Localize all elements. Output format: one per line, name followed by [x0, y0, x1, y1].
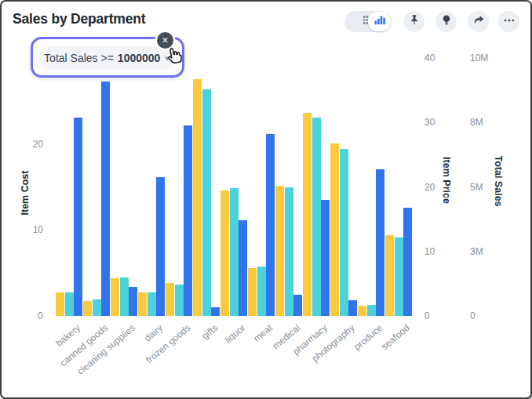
bar-item-cost-meat[interactable] [248, 268, 257, 316]
view-toggle[interactable] [344, 11, 392, 32]
more-button[interactable] [498, 11, 519, 32]
axis-title-right: Item Price [441, 157, 452, 204]
x-label-meat: meat [252, 322, 275, 344]
x-label-dairy: dairy [142, 322, 165, 343]
bar-item-cost-frozen-goods[interactable] [166, 283, 174, 316]
bar-item-cost-produce[interactable] [358, 306, 366, 316]
filter-field-operator: Total Sales >= [44, 52, 114, 64]
bar-item-price-bakery[interactable] [65, 292, 74, 316]
y-tick-far_right-5m: 5M [470, 182, 483, 193]
bar-item-price-gifts[interactable] [202, 89, 211, 316]
bar-item-price-pharmacy[interactable] [312, 118, 321, 316]
lightbulb-icon [439, 13, 454, 31]
pin-button[interactable] [403, 11, 425, 32]
bar-total-sales-seafood[interactable] [403, 208, 412, 316]
y-tick-right-20: 20 [425, 182, 435, 193]
x-label-produce: produce [352, 322, 384, 353]
bar-item-price-seafood[interactable] [395, 238, 403, 316]
bar-item-cost-photography[interactable] [330, 143, 339, 316]
bar-total-sales-photography[interactable] [348, 300, 357, 316]
ellipsis-icon [502, 13, 516, 31]
y-tick-far_right-0: 0 [470, 310, 476, 321]
bar-item-price-canned-goods[interactable] [93, 299, 101, 316]
page-title: Sales by Department [13, 11, 145, 27]
x-label-seafood: seafood [379, 322, 412, 352]
bar-item-cost-medical[interactable] [275, 186, 284, 316]
axis-title-far_right: Total Sales [493, 155, 504, 206]
chart-view-button[interactable] [368, 12, 391, 31]
pin-icon [407, 13, 421, 31]
filter-value: 1000000 [118, 52, 161, 64]
bar-item-cost-bakery[interactable] [56, 292, 64, 316]
bar-item-price-frozen-goods[interactable] [175, 285, 184, 316]
x-label-gifts: gifts [199, 322, 220, 342]
bar-item-cost-pharmacy[interactable] [303, 113, 312, 316]
y-tick-left-0: 0 [23, 310, 43, 321]
bar-item-cost-liquor[interactable] [220, 190, 229, 316]
share-button[interactable] [468, 11, 489, 32]
bar-item-cost-seafood[interactable] [385, 235, 394, 316]
y-tick-right-0: 0 [425, 310, 430, 321]
bar-chart-icon [373, 13, 386, 30]
y-tick-left-10: 10 [23, 224, 43, 235]
bar-total-sales-dairy[interactable] [156, 177, 165, 316]
bar-total-sales-frozen-goods[interactable] [184, 125, 192, 316]
bar-total-sales-liquor[interactable] [239, 220, 247, 316]
bar-total-sales-bakery[interactable] [74, 118, 82, 316]
axis-title-left: Item Cost [20, 171, 31, 216]
filter-chip-label[interactable]: Total Sales >= 1000000 ▾ [39, 46, 174, 70]
share-arrow-icon [472, 13, 486, 31]
bar-total-sales-produce[interactable] [376, 169, 384, 316]
bar-total-sales-medical[interactable] [293, 295, 302, 316]
y-tick-right-30: 30 [425, 117, 435, 128]
bar-item-price-cleaning-supplies[interactable] [120, 277, 129, 316]
hand-cursor-icon [162, 45, 186, 71]
y-tick-far_right-3m: 3M [470, 246, 483, 257]
bar-item-price-produce[interactable] [367, 305, 376, 316]
y-tick-far_right-8m: 8M [470, 117, 483, 128]
bar-item-price-photography[interactable] [340, 149, 348, 316]
bar-total-sales-pharmacy[interactable] [321, 200, 330, 316]
y-tick-right-10: 10 [425, 246, 435, 257]
bar-item-cost-dairy[interactable] [138, 292, 147, 316]
question-card: Sales by Department [0, 0, 532, 399]
insights-button[interactable] [435, 11, 457, 32]
filter-chip[interactable]: Total Sales >= 1000000 ▾ ✕ [31, 37, 184, 78]
y-tick-far_right-10m: 10M [470, 53, 488, 63]
bar-total-sales-gifts[interactable] [211, 307, 220, 316]
y-tick-right-40: 40 [425, 53, 435, 63]
y-tick-left-20: 20 [23, 139, 43, 150]
x-label-liquor: liquor [223, 322, 247, 346]
bar-item-price-liquor[interactable] [230, 188, 239, 316]
bar-item-price-medical[interactable] [285, 187, 293, 317]
bar-item-cost-gifts[interactable] [193, 79, 202, 316]
bar-item-cost-canned-goods[interactable] [83, 301, 92, 316]
bar-item-cost-cleaning-supplies[interactable] [111, 278, 119, 316]
bar-total-sales-cleaning-supplies[interactable] [129, 287, 137, 316]
bar-total-sales-canned-goods[interactable] [101, 82, 110, 316]
bar-item-price-dairy[interactable] [148, 292, 156, 316]
bar-total-sales-meat[interactable] [266, 134, 275, 316]
bar-item-price-meat[interactable] [257, 267, 266, 316]
